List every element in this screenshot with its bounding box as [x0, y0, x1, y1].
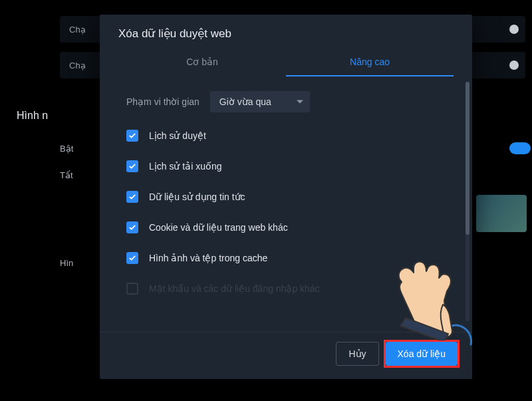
chevron-down-icon	[297, 100, 303, 104]
option-row-download-history: Lịch sử tải xuống	[126, 160, 446, 172]
check-icon	[128, 132, 136, 140]
scrollbar-thumb[interactable]	[466, 82, 469, 235]
check-icon	[128, 254, 136, 262]
option-row-news-usage: Dữ liệu sử dụng tin tức	[126, 191, 446, 203]
time-range-label: Phạm vi thời gian	[126, 96, 200, 107]
time-range-select[interactable]: Giờ vừa qua	[210, 91, 310, 112]
checkbox-news-usage[interactable]	[126, 191, 138, 203]
checkbox-cookies[interactable]	[126, 221, 138, 233]
option-label: Hình ảnh và tệp trong cache	[149, 253, 267, 263]
tab-basic[interactable]: Cơ bản	[118, 50, 286, 76]
option-label: Cookie và dữ liệu trang web khác	[149, 222, 288, 233]
option-row-cache: Hình ảnh và tệp trong cache	[126, 252, 446, 264]
scrollbar[interactable]	[466, 82, 469, 321]
checkbox-download-history[interactable]	[126, 160, 138, 172]
option-row-cookies: Cookie và dữ liệu trang web khác	[126, 221, 446, 233]
time-range-row: Phạm vi thời gian Giờ vừa qua	[126, 91, 446, 112]
checkbox-browsing-history[interactable]	[126, 130, 138, 142]
modal-tabs: Cơ bản Nâng cao	[100, 50, 472, 76]
option-label: Dữ liệu sử dụng tin tức	[149, 192, 245, 202]
time-range-value: Giờ vừa qua	[219, 96, 271, 107]
check-icon	[128, 223, 136, 231]
option-label: Lịch sử duyệt	[149, 130, 206, 141]
modal-overlay: Xóa dữ liệu duyệt web Cơ bản Nâng cao Ph…	[0, 0, 532, 401]
modal-footer: Hủy Xóa dữ liệu	[100, 332, 472, 379]
modal-title: Xóa dữ liệu duyệt web	[100, 15, 472, 50]
option-row-passwords: Mật khẩu và các dữ liệu đăng nhập khác	[126, 283, 446, 295]
option-label: Lịch sử tải xuống	[149, 161, 222, 172]
tab-advanced[interactable]: Nâng cao	[286, 50, 454, 76]
clear-browsing-data-modal: Xóa dữ liệu duyệt web Cơ bản Nâng cao Ph…	[100, 15, 472, 379]
option-row-browsing-history: Lịch sử duyệt	[126, 130, 446, 142]
modal-body: Phạm vi thời gian Giờ vừa qua Lịch sử du…	[100, 76, 472, 332]
option-label: Mật khẩu và các dữ liệu đăng nhập khác	[149, 283, 320, 294]
checkbox-passwords[interactable]	[126, 283, 138, 295]
check-icon	[128, 162, 136, 170]
check-icon	[128, 193, 136, 201]
clear-data-button[interactable]: Xóa dữ liệu	[386, 342, 458, 366]
clear-data-button-label: Xóa dữ liệu	[398, 348, 446, 359]
cancel-button[interactable]: Hủy	[336, 342, 378, 366]
checkbox-cache[interactable]	[126, 252, 138, 264]
